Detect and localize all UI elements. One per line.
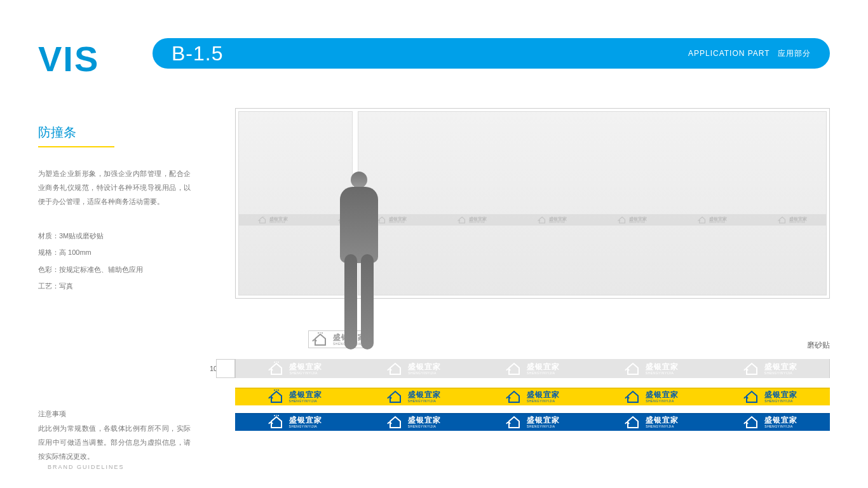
person-silhouette [330,172,388,356]
ruler-box [216,359,235,378]
page-code: B-1.5 [172,42,223,65]
vis-title: VIS [38,38,99,79]
header-category: APPLICATION PART 应用部分 [688,48,811,59]
glass-door-illustration: 盛银宜家SHENGYINYIJIA 盛银宜家SHENGYINYIJIA 盛银宜家… [235,108,830,299]
logo-mark: 盛银宜家SHENGYINYIJIA [386,390,441,403]
logo-mark: 盛银宜家SHENGYINYIJIA [268,390,322,403]
logo-mark: 盛银宜家SHENGYINYIJIA [777,216,807,224]
logo-mark: 盛银宜家SHENGYINYIJIA [624,390,679,403]
svg-point-7 [274,362,275,363]
svg-point-6 [278,362,279,363]
spec-size: 规格：高 100mm [38,244,191,261]
section-title: 防撞条 [38,124,191,141]
notes-title: 注意事项 [38,409,191,419]
spec-material: 材质：3M贴或磨砂贴 [38,227,191,244]
logo-mark: 盛银宜家SHENGYINYIJIA [697,216,727,224]
spec-craft: 工艺：写真 [38,278,191,294]
house-icon [311,332,329,346]
svg-point-2 [320,332,321,333]
logo-mark: 盛银宜家SHENGYINYIJIA [257,216,287,224]
svg-point-3 [322,332,323,334]
glass-pane-right: 盛银宜家SHENGYINYIJIA 盛银宜家SHENGYINYIJIA 盛银宜家… [358,111,827,295]
logo-mark: 盛银宜家SHENGYINYIJIA [537,216,567,224]
side-panel: 防撞条 为塑造企业新形象，加强企业内部管理，配合企业商务礼仪规范，特设计各种环境… [38,124,191,463]
svg-point-8 [276,390,277,390]
svg-point-5 [276,362,277,362]
category-en: APPLICATION PART [688,49,770,58]
logo-mark: 盛银宜家SHENGYINYIJIA [743,415,797,429]
strip-yellow: 盛银宜家SHENGYINYIJIA 盛银宜家SHENGYINYIJIA 盛银宜家… [235,388,830,405]
logo-mark: 盛银宜家SHENGYINYIJIA [624,362,679,376]
strip-blue: 盛银宜家SHENGYINYIJIA 盛银宜家SHENGYINYIJIA 盛银宜家… [235,413,830,431]
logo-mark: 盛银宜家SHENGYINYIJIA [386,362,441,376]
svg-point-4 [318,332,319,334]
svg-point-12 [278,415,279,416]
svg-point-11 [276,415,277,416]
svg-point-9 [278,390,279,391]
logo-mark: 盛银宜家SHENGYINYIJIA [505,415,560,429]
main-illustration: 盛银宜家SHENGYINYIJIA 盛银宜家SHENGYINYIJIA 盛银宜家… [235,108,830,299]
svg-point-1 [264,217,264,217]
logo-mark: 盛银宜家SHENGYINYIJIA [457,216,487,224]
logo-mark: 盛银宜家SHENGYINYIJIA [743,362,797,376]
page: VIS B-1.5 APPLICATION PART 应用部分 防撞条 为塑造企… [0,0,868,488]
frosted-label: 磨砂贴 [807,340,830,351]
logo-mark: 盛银宜家SHENGYINYIJIA [743,390,797,403]
logo-mark: 盛银宜家SHENGYINYIJIA [617,216,647,224]
logo-mark: 盛银宜家SHENGYINYIJIA [386,415,441,429]
description-text: 为塑造企业新形象，加强企业内部管理，配合企业商务礼仪规范，特设计各种环境导视用品… [38,166,191,208]
strip-frosted: 盛银宜家SHENGYINYIJIA 盛银宜家SHENGYINYIJIA 盛银宜家… [235,359,830,378]
svg-point-0 [263,216,264,217]
strip-on-glass-right: 盛银宜家SHENGYINYIJIA 盛银宜家SHENGYINYIJIA 盛银宜家… [358,214,826,226]
svg-point-13 [274,415,275,416]
category-cn: 应用部分 [778,49,811,58]
spec-color: 色彩：按规定标准色、辅助色应用 [38,261,191,278]
logo-mark: 盛银宜家SHENGYINYIJIA [505,362,560,376]
title-underline [38,146,114,147]
svg-point-10 [274,390,275,391]
footer-label: BRAND GUIDELINES [48,464,125,470]
logo-mark: 盛银宜家SHENGYINYIJIA [624,415,679,429]
logo-mark: 盛银宜家SHENGYINYIJIA [268,362,322,376]
header-bar: B-1.5 APPLICATION PART 应用部分 [153,38,830,69]
logo-mark: 盛银宜家SHENGYINYIJIA [268,415,322,429]
logo-mark: 盛银宜家SHENGYINYIJIA [505,390,560,403]
notes-body: 此比例为常规数值，各载体比例有所不同，实际应用中可做适当调整。部分信息为虚拟信息… [38,421,191,463]
